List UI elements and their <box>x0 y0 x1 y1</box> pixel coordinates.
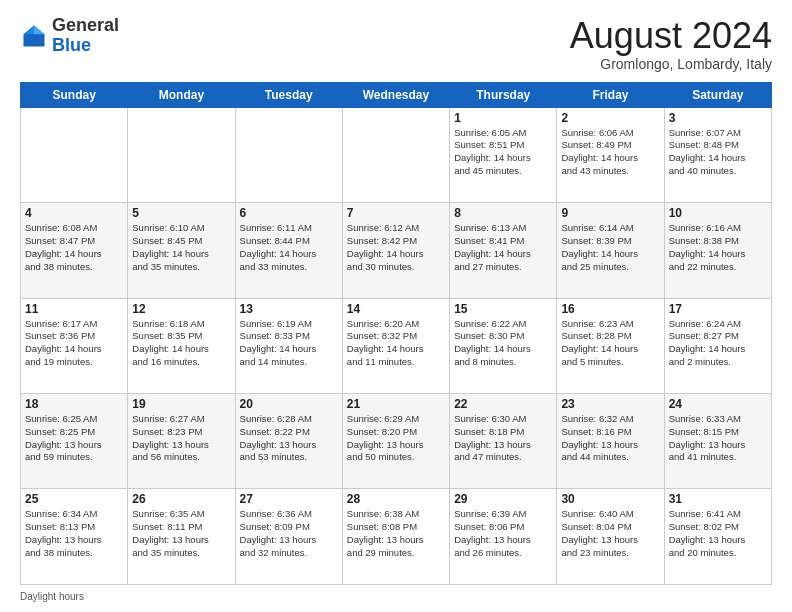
day-number: 8 <box>454 206 552 220</box>
calendar-week-1: 1Sunrise: 6:05 AMSunset: 8:51 PMDaylight… <box>21 107 772 202</box>
calendar-cell: 29Sunrise: 6:39 AMSunset: 8:06 PMDayligh… <box>450 489 557 585</box>
day-info: Sunrise: 6:30 AMSunset: 8:18 PMDaylight:… <box>454 413 552 464</box>
svg-marker-1 <box>34 25 45 34</box>
calendar-header-thursday: Thursday <box>450 82 557 107</box>
calendar-cell: 31Sunrise: 6:41 AMSunset: 8:02 PMDayligh… <box>664 489 771 585</box>
calendar-week-4: 18Sunrise: 6:25 AMSunset: 8:25 PMDayligh… <box>21 394 772 489</box>
calendar-cell: 1Sunrise: 6:05 AMSunset: 8:51 PMDaylight… <box>450 107 557 202</box>
day-number: 6 <box>240 206 338 220</box>
title-block: August 2024 Gromlongo, Lombardy, Italy <box>570 16 772 72</box>
calendar-cell: 28Sunrise: 6:38 AMSunset: 8:08 PMDayligh… <box>342 489 449 585</box>
calendar-header-friday: Friday <box>557 82 664 107</box>
day-number: 25 <box>25 492 123 506</box>
day-info: Sunrise: 6:12 AMSunset: 8:42 PMDaylight:… <box>347 222 445 273</box>
calendar-cell <box>342 107 449 202</box>
calendar-cell: 14Sunrise: 6:20 AMSunset: 8:32 PMDayligh… <box>342 298 449 393</box>
day-number: 23 <box>561 397 659 411</box>
calendar-cell: 30Sunrise: 6:40 AMSunset: 8:04 PMDayligh… <box>557 489 664 585</box>
day-info: Sunrise: 6:33 AMSunset: 8:15 PMDaylight:… <box>669 413 767 464</box>
calendar-cell: 23Sunrise: 6:32 AMSunset: 8:16 PMDayligh… <box>557 394 664 489</box>
day-info: Sunrise: 6:16 AMSunset: 8:38 PMDaylight:… <box>669 222 767 273</box>
day-number: 3 <box>669 111 767 125</box>
day-info: Sunrise: 6:34 AMSunset: 8:13 PMDaylight:… <box>25 508 123 559</box>
calendar-header-wednesday: Wednesday <box>342 82 449 107</box>
calendar-cell <box>21 107 128 202</box>
header: General Blue August 2024 Gromlongo, Lomb… <box>20 16 772 72</box>
calendar-cell: 13Sunrise: 6:19 AMSunset: 8:33 PMDayligh… <box>235 298 342 393</box>
calendar-cell: 6Sunrise: 6:11 AMSunset: 8:44 PMDaylight… <box>235 203 342 298</box>
calendar-table: SundayMondayTuesdayWednesdayThursdayFrid… <box>20 82 772 585</box>
day-number: 19 <box>132 397 230 411</box>
day-info: Sunrise: 6:07 AMSunset: 8:48 PMDaylight:… <box>669 127 767 178</box>
calendar-cell: 25Sunrise: 6:34 AMSunset: 8:13 PMDayligh… <box>21 489 128 585</box>
day-number: 14 <box>347 302 445 316</box>
day-info: Sunrise: 6:23 AMSunset: 8:28 PMDaylight:… <box>561 318 659 369</box>
day-info: Sunrise: 6:06 AMSunset: 8:49 PMDaylight:… <box>561 127 659 178</box>
calendar-cell <box>235 107 342 202</box>
calendar-header-sunday: Sunday <box>21 82 128 107</box>
day-number: 17 <box>669 302 767 316</box>
day-info: Sunrise: 6:28 AMSunset: 8:22 PMDaylight:… <box>240 413 338 464</box>
day-info: Sunrise: 6:32 AMSunset: 8:16 PMDaylight:… <box>561 413 659 464</box>
day-info: Sunrise: 6:41 AMSunset: 8:02 PMDaylight:… <box>669 508 767 559</box>
logo-icon <box>20 22 48 50</box>
daylight-label: Daylight hours <box>20 591 84 602</box>
logo: General Blue <box>20 16 119 56</box>
page: General Blue August 2024 Gromlongo, Lomb… <box>0 0 792 612</box>
location-subtitle: Gromlongo, Lombardy, Italy <box>570 56 772 72</box>
day-number: 29 <box>454 492 552 506</box>
calendar-cell: 18Sunrise: 6:25 AMSunset: 8:25 PMDayligh… <box>21 394 128 489</box>
logo-text: General Blue <box>52 16 119 56</box>
day-info: Sunrise: 6:05 AMSunset: 8:51 PMDaylight:… <box>454 127 552 178</box>
day-number: 5 <box>132 206 230 220</box>
day-number: 9 <box>561 206 659 220</box>
day-info: Sunrise: 6:22 AMSunset: 8:30 PMDaylight:… <box>454 318 552 369</box>
day-info: Sunrise: 6:19 AMSunset: 8:33 PMDaylight:… <box>240 318 338 369</box>
calendar-cell: 9Sunrise: 6:14 AMSunset: 8:39 PMDaylight… <box>557 203 664 298</box>
calendar-cell: 26Sunrise: 6:35 AMSunset: 8:11 PMDayligh… <box>128 489 235 585</box>
calendar-cell <box>128 107 235 202</box>
day-number: 12 <box>132 302 230 316</box>
calendar-cell: 4Sunrise: 6:08 AMSunset: 8:47 PMDaylight… <box>21 203 128 298</box>
day-info: Sunrise: 6:35 AMSunset: 8:11 PMDaylight:… <box>132 508 230 559</box>
calendar-cell: 3Sunrise: 6:07 AMSunset: 8:48 PMDaylight… <box>664 107 771 202</box>
day-number: 31 <box>669 492 767 506</box>
day-number: 1 <box>454 111 552 125</box>
calendar-header-saturday: Saturday <box>664 82 771 107</box>
calendar-cell: 27Sunrise: 6:36 AMSunset: 8:09 PMDayligh… <box>235 489 342 585</box>
day-info: Sunrise: 6:29 AMSunset: 8:20 PMDaylight:… <box>347 413 445 464</box>
day-number: 15 <box>454 302 552 316</box>
day-number: 22 <box>454 397 552 411</box>
day-info: Sunrise: 6:11 AMSunset: 8:44 PMDaylight:… <box>240 222 338 273</box>
day-info: Sunrise: 6:17 AMSunset: 8:36 PMDaylight:… <box>25 318 123 369</box>
calendar-cell: 11Sunrise: 6:17 AMSunset: 8:36 PMDayligh… <box>21 298 128 393</box>
calendar-week-5: 25Sunrise: 6:34 AMSunset: 8:13 PMDayligh… <box>21 489 772 585</box>
calendar-cell: 8Sunrise: 6:13 AMSunset: 8:41 PMDaylight… <box>450 203 557 298</box>
day-info: Sunrise: 6:39 AMSunset: 8:06 PMDaylight:… <box>454 508 552 559</box>
calendar-cell: 22Sunrise: 6:30 AMSunset: 8:18 PMDayligh… <box>450 394 557 489</box>
calendar-cell: 2Sunrise: 6:06 AMSunset: 8:49 PMDaylight… <box>557 107 664 202</box>
day-number: 30 <box>561 492 659 506</box>
month-title: August 2024 <box>570 16 772 56</box>
day-number: 27 <box>240 492 338 506</box>
day-info: Sunrise: 6:24 AMSunset: 8:27 PMDaylight:… <box>669 318 767 369</box>
calendar-cell: 5Sunrise: 6:10 AMSunset: 8:45 PMDaylight… <box>128 203 235 298</box>
day-number: 28 <box>347 492 445 506</box>
calendar-cell: 21Sunrise: 6:29 AMSunset: 8:20 PMDayligh… <box>342 394 449 489</box>
logo-general: General <box>52 15 119 35</box>
calendar-cell: 10Sunrise: 6:16 AMSunset: 8:38 PMDayligh… <box>664 203 771 298</box>
day-number: 21 <box>347 397 445 411</box>
day-number: 24 <box>669 397 767 411</box>
day-number: 13 <box>240 302 338 316</box>
day-info: Sunrise: 6:13 AMSunset: 8:41 PMDaylight:… <box>454 222 552 273</box>
day-number: 16 <box>561 302 659 316</box>
day-info: Sunrise: 6:36 AMSunset: 8:09 PMDaylight:… <box>240 508 338 559</box>
calendar-cell: 20Sunrise: 6:28 AMSunset: 8:22 PMDayligh… <box>235 394 342 489</box>
day-number: 7 <box>347 206 445 220</box>
calendar-cell: 17Sunrise: 6:24 AMSunset: 8:27 PMDayligh… <box>664 298 771 393</box>
calendar-header-tuesday: Tuesday <box>235 82 342 107</box>
day-info: Sunrise: 6:14 AMSunset: 8:39 PMDaylight:… <box>561 222 659 273</box>
calendar-cell: 16Sunrise: 6:23 AMSunset: 8:28 PMDayligh… <box>557 298 664 393</box>
day-number: 26 <box>132 492 230 506</box>
svg-marker-2 <box>24 25 35 34</box>
